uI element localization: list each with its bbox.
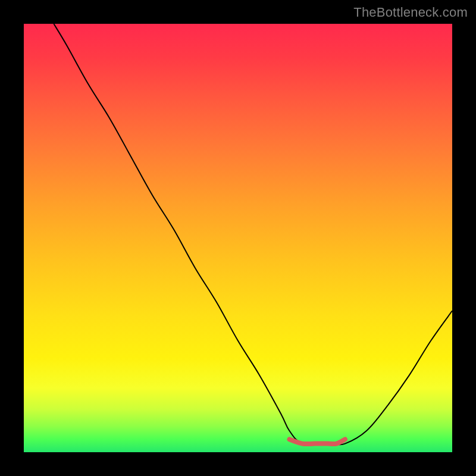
plot-area bbox=[24, 24, 452, 452]
optimal-flat-region bbox=[289, 439, 345, 444]
curve-layer bbox=[24, 24, 452, 452]
outer-black-frame: TheBottleneck.com bbox=[0, 0, 476, 476]
watermark-text: TheBottleneck.com bbox=[353, 5, 468, 20]
bottleneck-curve bbox=[54, 24, 452, 444]
